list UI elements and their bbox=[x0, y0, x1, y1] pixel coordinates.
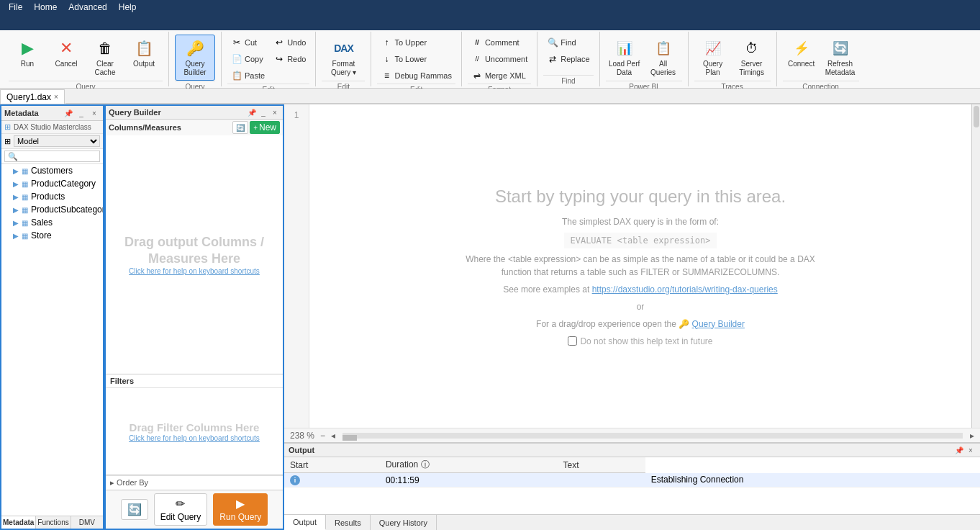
qb-close-btn[interactable]: × bbox=[270, 107, 280, 117]
menu-home[interactable]: Home bbox=[28, 1, 63, 14]
doc-tab-name: Query1.dax bbox=[6, 92, 51, 102]
uncomment-button[interactable]: // Uncomment bbox=[468, 51, 531, 67]
qb-columns-help-link[interactable]: Click here for help on keyboard shortcut… bbox=[129, 267, 260, 275]
ribbon-edit-buttons: ✂ Cut 📄 Copy 📋 Paste bbox=[227, 33, 309, 84]
all-queries-button[interactable]: 📋 AllQueries bbox=[645, 35, 682, 81]
qb-run-query-btn[interactable]: ▶ Run Query bbox=[213, 493, 268, 526]
qb-refresh-footer-btn[interactable]: 🔄 bbox=[121, 499, 148, 520]
sidebar-min-btn[interactable]: _ bbox=[76, 107, 87, 119]
tree-item-customers[interactable]: ▶ ▦ Customers bbox=[1, 164, 103, 177]
content-area: Query Builder 📌 _ × Columns/Measures 🔄 +… bbox=[104, 104, 980, 530]
sidebar-close-btn[interactable]: × bbox=[89, 107, 100, 119]
redo-button[interactable]: ↪ Redo bbox=[270, 51, 309, 67]
menu-advanced[interactable]: Advanced bbox=[63, 1, 112, 14]
qb-columns-btns: 🔄 + New bbox=[232, 121, 280, 134]
qb-min-btn[interactable]: _ bbox=[258, 107, 268, 117]
h-scrollbar-track[interactable] bbox=[342, 433, 963, 439]
replace-button[interactable]: ⇄ Replace bbox=[543, 51, 593, 67]
cancel-button[interactable]: ✕ Cancel bbox=[47, 35, 85, 81]
bottom-tab-output[interactable]: Output bbox=[284, 515, 326, 530]
doc-tab-close[interactable]: × bbox=[54, 93, 58, 101]
sidebar-tab-metadata[interactable]: Metadata bbox=[1, 516, 36, 529]
sidebar-search-input[interactable] bbox=[4, 151, 100, 162]
to-upper-button[interactable]: ↑ To Upper bbox=[377, 35, 455, 50]
menu-file[interactable]: File bbox=[3, 1, 28, 14]
run-button[interactable]: ▶ Run bbox=[9, 35, 46, 81]
tree-item-sales[interactable]: ▶ ▦ Sales bbox=[1, 216, 103, 229]
model-table-icon: ⊞ bbox=[4, 137, 11, 146]
doc-tab-query1[interactable]: Query1.dax × bbox=[0, 89, 65, 104]
qb-refresh-footer-icon: 🔄 bbox=[127, 503, 142, 516]
server-timings-button[interactable]: ⏱ ServerTimings bbox=[733, 35, 771, 81]
sidebar-tab-functions[interactable]: Functions bbox=[36, 516, 71, 529]
qb-header: Query Builder 📌 _ × bbox=[106, 106, 283, 120]
qb-refresh-btn[interactable]: 🔄 bbox=[232, 121, 248, 134]
qb-columns-title: Columns/Measures bbox=[109, 123, 181, 132]
qb-edit-query-icon: ✏ bbox=[176, 497, 185, 511]
query-plan-button[interactable]: 📈 QueryPlan bbox=[694, 35, 732, 81]
zoom-out-btn[interactable]: − bbox=[320, 431, 325, 441]
qb-pin-btn[interactable]: 📌 bbox=[247, 107, 257, 117]
store-expand-icon: ▶ bbox=[13, 232, 19, 240]
bottom-tab-query-history[interactable]: Query History bbox=[371, 515, 437, 530]
ribbon-query-buttons: ▶ Run ✕ Cancel 🗑 ClearCache 📋 Output bbox=[9, 33, 163, 81]
query-builder-label: QueryBuilder bbox=[183, 60, 206, 77]
connect-button[interactable]: ⚡ Connect bbox=[783, 35, 820, 81]
output-table-row[interactable]: i 00:11:59 Establishing Connection bbox=[284, 473, 980, 488]
qb-filter-help-link[interactable]: Click here for help on keyboard shortcut… bbox=[129, 434, 260, 442]
products-table-icon: ▦ bbox=[22, 193, 28, 201]
tree-item-productcategory[interactable]: ▶ ▦ ProductCategory bbox=[1, 177, 103, 190]
ribbon-connection-buttons: ⚡ Connect 🔄 RefreshMetadata bbox=[783, 33, 859, 81]
bottom-tab-results[interactable]: Results bbox=[326, 515, 371, 530]
editor-area[interactable]: 1 Start by typing your query in this are… bbox=[284, 104, 971, 428]
products-expand-icon: ▶ bbox=[13, 193, 19, 201]
comment-button[interactable]: // Comment bbox=[468, 35, 531, 50]
editor-vscrollbar[interactable] bbox=[971, 104, 980, 428]
copy-button[interactable]: 📄 Copy bbox=[227, 51, 268, 67]
ribbon-group-connection: ⚡ Connect 🔄 RefreshMetadata Connection bbox=[777, 32, 865, 86]
h-scrollbar-thumb[interactable] bbox=[342, 435, 357, 441]
qb-run-query-label: Run Query bbox=[219, 512, 261, 522]
model-dropdown[interactable]: Model bbox=[14, 135, 100, 147]
qb-drop-text: Drag output Columns / Measures Here bbox=[112, 234, 277, 268]
query-builder-button[interactable]: 🔑 QueryBuilder bbox=[175, 35, 215, 81]
load-perf-data-button[interactable]: 📊 Load PerfData bbox=[606, 35, 643, 81]
output-pin-btn[interactable]: 📌 bbox=[954, 445, 964, 455]
qb-new-btn[interactable]: + New bbox=[250, 121, 280, 134]
ribbon-group-format: ↑ To Upper ↓ To Lower ≡ Debug Rammas bbox=[371, 32, 461, 86]
merge-xml-button[interactable]: ⇌ Merge XML bbox=[468, 68, 531, 84]
editor-vscrollbar-thumb[interactable] bbox=[974, 106, 979, 127]
sidebar-tab-dmv[interactable]: DMV bbox=[71, 516, 103, 529]
output-table: Start Duration ⓘ Text i 00:11:59 Es bbox=[284, 457, 980, 488]
to-lower-icon: ↓ bbox=[381, 53, 392, 65]
no-show-label: Do not show this help text in future bbox=[580, 336, 712, 346]
ribbon-group-qb: 🔑 QueryBuilder Query bbox=[169, 32, 222, 86]
undo-button[interactable]: ↩ Undo bbox=[270, 35, 309, 50]
to-lower-button[interactable]: ↓ To Lower bbox=[377, 51, 455, 67]
qb-edit-query-btn[interactable]: ✏ Edit Query bbox=[154, 493, 208, 526]
output-close-btn[interactable]: × bbox=[966, 445, 976, 455]
menu-help[interactable]: Help bbox=[113, 1, 142, 14]
dax-format-button[interactable]: DAX FormatQuery ▾ bbox=[322, 35, 365, 81]
qb-order-by[interactable]: ▸ Order By bbox=[106, 475, 283, 490]
tree-item-products[interactable]: ▶ ▦ Products bbox=[1, 190, 103, 203]
output-icon: 📋 bbox=[132, 37, 155, 60]
find-button[interactable]: 🔍 Find bbox=[543, 35, 593, 50]
refresh-metadata-button[interactable]: 🔄 RefreshMetadata bbox=[822, 35, 859, 81]
ribbon-powerbi-buttons: 📊 Load PerfData 📋 AllQueries bbox=[606, 33, 682, 81]
qb-filters-section: Filters Drag Filter Columns Here Click h… bbox=[106, 374, 283, 475]
tree-item-productsubcategory[interactable]: ▶ ▦ ProductSubcategory bbox=[1, 203, 103, 216]
qb-columns-drop[interactable]: Drag output Columns / Measures Here Clic… bbox=[106, 135, 283, 374]
no-show-checkbox[interactable] bbox=[568, 336, 577, 346]
qb-filter-drop[interactable]: Drag Filter Columns Here Click here for … bbox=[106, 388, 283, 475]
cut-button[interactable]: ✂ Cut bbox=[227, 35, 268, 50]
output-button[interactable]: 📋 Output bbox=[125, 35, 163, 81]
query-builder-link[interactable]: Query Builder bbox=[692, 319, 745, 329]
clear-cache-button[interactable]: 🗑 ClearCache bbox=[86, 35, 124, 81]
sidebar-pin-btn[interactable]: 📌 bbox=[63, 107, 74, 119]
placeholder-link[interactable]: https://daxstudio.org/tutorials/writing-… bbox=[592, 284, 778, 295]
editor-content[interactable]: Start by typing your query in this area.… bbox=[309, 104, 971, 428]
paste-button[interactable]: 📋 Paste bbox=[227, 68, 268, 84]
tree-item-store[interactable]: ▶ ▦ Store bbox=[1, 229, 103, 242]
debug-rammas-button[interactable]: ≡ Debug Rammas bbox=[377, 68, 455, 84]
